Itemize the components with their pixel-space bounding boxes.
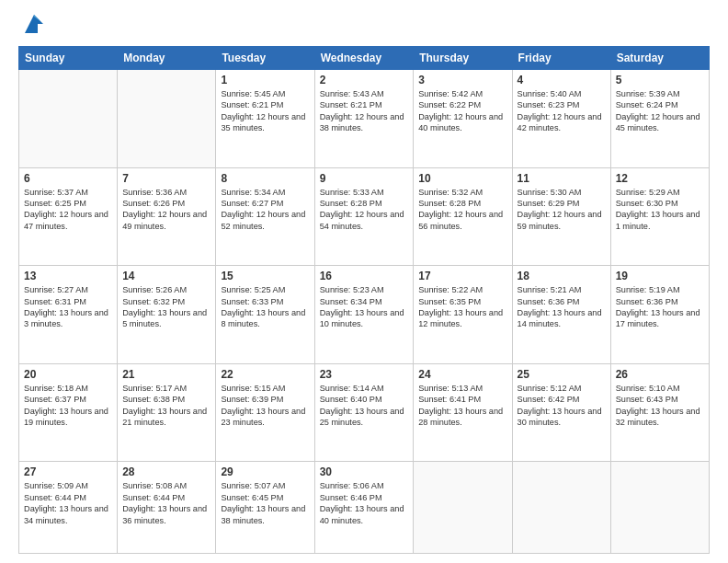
calendar-cell: 19Sunrise: 5:19 AM Sunset: 6:36 PM Dayli… [610,266,709,364]
cell-info: Sunrise: 5:06 AM Sunset: 6:46 PM Dayligh… [320,480,409,526]
day-number: 14 [122,270,210,282]
cell-info: Sunrise: 5:12 AM Sunset: 6:42 PM Dayligh… [518,383,606,429]
cell-info: Sunrise: 5:29 AM Sunset: 6:30 PM Dayligh… [616,187,704,233]
cell-info: Sunrise: 5:14 AM Sunset: 6:40 PM Dayligh… [320,383,409,429]
cell-info: Sunrise: 5:22 AM Sunset: 6:35 PM Dayligh… [418,284,506,330]
cell-info: Sunrise: 5:40 AM Sunset: 6:23 PM Dayligh… [518,88,606,134]
cell-info: Sunrise: 5:08 AM Sunset: 6:44 PM Dayligh… [122,480,210,526]
cell-info: Sunrise: 5:17 AM Sunset: 6:38 PM Dayligh… [122,383,210,429]
weekday-header-monday: Monday [118,47,216,70]
day-number: 28 [122,465,210,478]
day-number: 25 [518,368,606,381]
calendar-cell [512,462,610,554]
calendar-cell: 18Sunrise: 5:21 AM Sunset: 6:36 PM Dayli… [512,266,610,364]
calendar-cell: 11Sunrise: 5:30 AM Sunset: 6:29 PM Dayli… [512,167,610,266]
day-number: 22 [221,368,309,381]
day-number: 21 [122,368,210,381]
day-number: 15 [221,270,309,282]
calendar-cell: 30Sunrise: 5:06 AM Sunset: 6:46 PM Dayli… [314,462,414,554]
logo [18,15,47,37]
cell-info: Sunrise: 5:43 AM Sunset: 6:21 PM Dayligh… [320,88,409,134]
day-number: 8 [221,172,309,185]
calendar-cell: 20Sunrise: 5:18 AM Sunset: 6:37 PM Dayli… [19,363,118,462]
calendar-cell [19,70,118,168]
calendar-cell: 13Sunrise: 5:27 AM Sunset: 6:31 PM Dayli… [19,266,118,364]
weekday-header-friday: Friday [512,47,610,70]
weekday-header-wednesday: Wednesday [314,47,414,70]
week-row-2: 6Sunrise: 5:37 AM Sunset: 6:25 PM Daylig… [19,167,710,266]
cell-info: Sunrise: 5:32 AM Sunset: 6:28 PM Dayligh… [418,187,506,233]
calendar-cell: 8Sunrise: 5:34 AM Sunset: 6:27 PM Daylig… [216,167,314,266]
cell-info: Sunrise: 5:36 AM Sunset: 6:26 PM Dayligh… [122,187,210,233]
cell-info: Sunrise: 5:10 AM Sunset: 6:43 PM Dayligh… [616,383,704,429]
day-number: 6 [24,172,112,185]
cell-info: Sunrise: 5:15 AM Sunset: 6:39 PM Dayligh… [221,383,309,429]
cell-info: Sunrise: 5:19 AM Sunset: 6:36 PM Dayligh… [616,284,704,330]
cell-info: Sunrise: 5:37 AM Sunset: 6:25 PM Dayligh… [24,187,112,233]
weekday-header-thursday: Thursday [414,47,512,70]
cell-info: Sunrise: 5:13 AM Sunset: 6:41 PM Dayligh… [418,383,506,429]
day-number: 4 [518,74,606,86]
day-number: 16 [320,270,409,282]
cell-info: Sunrise: 5:23 AM Sunset: 6:34 PM Dayligh… [320,284,409,330]
calendar-cell: 21Sunrise: 5:17 AM Sunset: 6:38 PM Dayli… [118,363,216,462]
weekday-header-saturday: Saturday [610,47,709,70]
cell-info: Sunrise: 5:07 AM Sunset: 6:45 PM Dayligh… [221,480,309,526]
cell-info: Sunrise: 5:45 AM Sunset: 6:21 PM Dayligh… [221,88,309,134]
cell-info: Sunrise: 5:33 AM Sunset: 6:28 PM Dayligh… [320,187,409,233]
calendar-cell: 9Sunrise: 5:33 AM Sunset: 6:28 PM Daylig… [314,167,414,266]
week-row-1: 1Sunrise: 5:45 AM Sunset: 6:21 PM Daylig… [19,70,710,168]
calendar-cell: 17Sunrise: 5:22 AM Sunset: 6:35 PM Dayli… [414,266,512,364]
day-number: 20 [24,368,112,381]
calendar-cell: 23Sunrise: 5:14 AM Sunset: 6:40 PM Dayli… [314,363,414,462]
cell-info: Sunrise: 5:09 AM Sunset: 6:44 PM Dayligh… [24,480,112,526]
calendar-cell [118,70,216,168]
cell-info: Sunrise: 5:21 AM Sunset: 6:36 PM Dayligh… [518,284,606,330]
header [18,15,710,37]
day-number: 9 [320,172,409,185]
day-number: 1 [221,74,309,86]
day-number: 26 [616,368,704,381]
calendar-cell: 15Sunrise: 5:25 AM Sunset: 6:33 PM Dayli… [216,266,314,364]
calendar-cell: 22Sunrise: 5:15 AM Sunset: 6:39 PM Dayli… [216,363,314,462]
calendar-cell: 28Sunrise: 5:08 AM Sunset: 6:44 PM Dayli… [118,462,216,554]
calendar-table: SundayMondayTuesdayWednesdayThursdayFrid… [18,46,710,554]
logo-icon [21,11,47,37]
week-row-4: 20Sunrise: 5:18 AM Sunset: 6:37 PM Dayli… [19,363,710,462]
day-number: 3 [418,74,506,86]
weekday-header-tuesday: Tuesday [216,47,314,70]
day-number: 18 [518,270,606,282]
calendar-cell: 14Sunrise: 5:26 AM Sunset: 6:32 PM Dayli… [118,266,216,364]
calendar-cell: 1Sunrise: 5:45 AM Sunset: 6:21 PM Daylig… [216,70,314,168]
calendar-cell: 10Sunrise: 5:32 AM Sunset: 6:28 PM Dayli… [414,167,512,266]
calendar-cell: 4Sunrise: 5:40 AM Sunset: 6:23 PM Daylig… [512,70,610,168]
calendar-cell: 2Sunrise: 5:43 AM Sunset: 6:21 PM Daylig… [314,70,414,168]
calendar-cell: 6Sunrise: 5:37 AM Sunset: 6:25 PM Daylig… [19,167,118,266]
day-number: 23 [320,368,409,381]
day-number: 19 [616,270,704,282]
calendar-cell: 26Sunrise: 5:10 AM Sunset: 6:43 PM Dayli… [610,363,709,462]
page: SundayMondayTuesdayWednesdayThursdayFrid… [0,0,728,563]
day-number: 27 [24,465,112,478]
cell-info: Sunrise: 5:34 AM Sunset: 6:27 PM Dayligh… [221,187,309,233]
calendar-cell: 27Sunrise: 5:09 AM Sunset: 6:44 PM Dayli… [19,462,118,554]
day-number: 5 [616,74,704,86]
week-row-3: 13Sunrise: 5:27 AM Sunset: 6:31 PM Dayli… [19,266,710,364]
day-number: 7 [122,172,210,185]
calendar-cell: 12Sunrise: 5:29 AM Sunset: 6:30 PM Dayli… [610,167,709,266]
calendar-cell: 24Sunrise: 5:13 AM Sunset: 6:41 PM Dayli… [414,363,512,462]
cell-info: Sunrise: 5:26 AM Sunset: 6:32 PM Dayligh… [122,284,210,330]
calendar-cell [610,462,709,554]
day-number: 17 [418,270,506,282]
cell-info: Sunrise: 5:25 AM Sunset: 6:33 PM Dayligh… [221,284,309,330]
day-number: 29 [221,465,309,478]
calendar-cell: 25Sunrise: 5:12 AM Sunset: 6:42 PM Dayli… [512,363,610,462]
cell-info: Sunrise: 5:42 AM Sunset: 6:22 PM Dayligh… [418,88,506,134]
svg-marker-0 [25,15,43,33]
cell-info: Sunrise: 5:18 AM Sunset: 6:37 PM Dayligh… [24,383,112,429]
calendar-cell [414,462,512,554]
day-number: 24 [418,368,506,381]
calendar-cell: 29Sunrise: 5:07 AM Sunset: 6:45 PM Dayli… [216,462,314,554]
day-number: 2 [320,74,409,86]
day-number: 30 [320,465,409,478]
